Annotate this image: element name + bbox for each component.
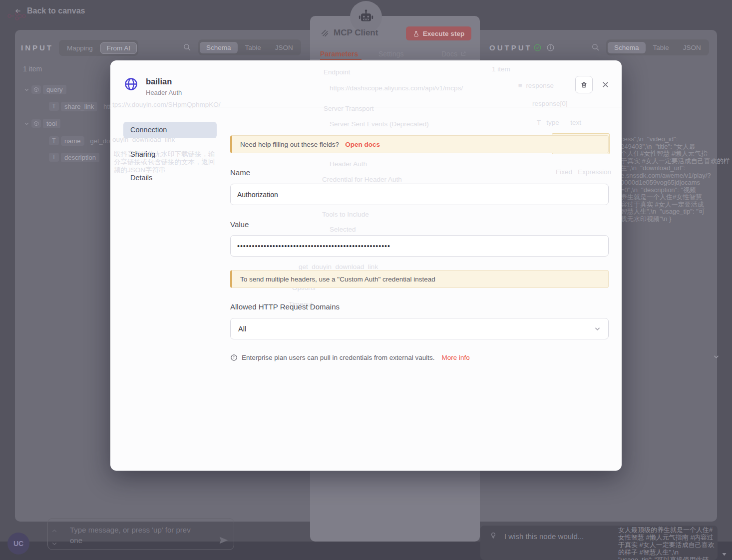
ghost-text: Header Auth bbox=[330, 160, 367, 168]
tab-sharing[interactable]: Sharing bbox=[123, 146, 217, 163]
ghost-text: Server Sent Events (Deprecated) bbox=[330, 120, 429, 128]
input-items-count: 1 item bbox=[23, 65, 42, 73]
flask-icon bbox=[413, 30, 419, 37]
screen: Back to canvas INPUT Mapping From AI Sch… bbox=[0, 0, 732, 560]
ghost-text: response[0] bbox=[532, 100, 568, 107]
more-info-link[interactable]: More info bbox=[441, 354, 469, 361]
string-type-icon: T bbox=[49, 102, 59, 111]
scroll-down-icon[interactable] bbox=[721, 551, 728, 558]
chevron-down-icon[interactable] bbox=[24, 87, 29, 92]
active-tab-underline bbox=[320, 59, 362, 60]
delete-credential-button[interactable] bbox=[575, 76, 593, 93]
back-label: Back to canvas bbox=[27, 6, 85, 15]
enterprise-note: Enterprise plan users can pull in creden… bbox=[230, 354, 470, 361]
tree-row-name: T name get_douyin_download_link bbox=[49, 136, 110, 146]
ghost-text: Server Transport bbox=[324, 105, 374, 112]
output-json-text: cess",\n "video_id":249403",\n "title": … bbox=[621, 136, 726, 223]
chevron-down-icon[interactable] bbox=[24, 121, 29, 126]
input-tab-table[interactable]: Table bbox=[239, 42, 268, 53]
output-view-tabs: Schema Table JSON bbox=[606, 39, 709, 55]
ghost-text: Endpoint bbox=[324, 68, 350, 76]
input-tab-json[interactable]: JSON bbox=[269, 42, 300, 53]
execute-step-label: Execute step bbox=[423, 30, 464, 37]
tree-value-share-link: https://v.douyin.com/SHpmQphmpKO/ bbox=[103, 103, 110, 110]
ghost-text: Tools to Include bbox=[322, 211, 369, 218]
tree-row-tool: tool bbox=[24, 118, 110, 128]
tab-connection[interactable]: Connection bbox=[123, 122, 217, 138]
tab-docs[interactable]: Docs bbox=[441, 50, 466, 58]
tree-value-name: get_douyin_download_link bbox=[90, 137, 110, 145]
name-input[interactable] bbox=[230, 184, 609, 205]
modal-header: bailian Header Auth bbox=[124, 77, 182, 96]
trash-icon bbox=[580, 81, 588, 89]
input-tab-schema[interactable]: Schema bbox=[200, 42, 238, 53]
string-type-icon: T bbox=[49, 153, 59, 162]
ghost-text bbox=[111, 107, 622, 107]
domains-label: Allowed HTTP Request Domains bbox=[230, 302, 340, 311]
tab-from-ai[interactable]: From AI bbox=[100, 42, 137, 54]
info-icon bbox=[230, 354, 238, 361]
ghost-text: T type text bbox=[537, 119, 581, 126]
close-icon bbox=[602, 81, 609, 88]
input-mode-tabs: Mapping From AI bbox=[59, 40, 138, 56]
tree-row-description: T description bbox=[49, 152, 110, 162]
success-check-icon bbox=[533, 43, 542, 52]
node-title: MCP Client bbox=[334, 28, 378, 38]
ghost-text: ≡ response bbox=[518, 82, 554, 89]
output-tab-json[interactable]: JSON bbox=[677, 42, 708, 53]
send-icon[interactable] bbox=[218, 535, 229, 546]
domains-select[interactable]: All bbox=[230, 318, 609, 339]
chevron-down-icon bbox=[594, 325, 601, 332]
tree-key-share-link[interactable]: share_link bbox=[61, 102, 97, 111]
globe-icon bbox=[124, 77, 138, 91]
ghost-text: tps://v.douyin.com/SHpmQphmpKO/ bbox=[112, 101, 221, 108]
object-icon bbox=[31, 119, 41, 128]
execute-step-button[interactable]: Execute step bbox=[406, 26, 471, 40]
collapse-chevron-icon[interactable] bbox=[713, 353, 720, 360]
tab-mapping[interactable]: Mapping bbox=[60, 42, 99, 54]
chevron-down-icon[interactable] bbox=[51, 541, 57, 547]
help-notice-text: Need help filling out these fields? bbox=[240, 141, 339, 148]
output-tab-table[interactable]: Table bbox=[647, 42, 676, 53]
value-input[interactable] bbox=[230, 235, 609, 257]
ghost-text: https://dashscope.aliyuncs.com/api/v1/mc… bbox=[330, 84, 463, 92]
robot-icon bbox=[358, 8, 374, 25]
output-tab-schema[interactable]: Schema bbox=[608, 42, 646, 53]
chat-placeholder: Type message, or press 'up' for prev one bbox=[70, 525, 205, 546]
input-panel-title: INPUT bbox=[21, 43, 53, 52]
ghost-text: Selected bbox=[330, 226, 356, 233]
ghost-text: Fixed Expression bbox=[556, 168, 611, 176]
tree-key-query[interactable]: query bbox=[43, 85, 66, 94]
info-icon[interactable] bbox=[546, 43, 555, 52]
credential-modal: Endpointhttps://dashscope.aliyuncs.com/a… bbox=[110, 60, 622, 471]
back-to-canvas[interactable]: Back to canvas bbox=[14, 6, 85, 15]
object-icon bbox=[31, 85, 41, 94]
name-label: Name bbox=[230, 168, 250, 177]
headers-notice: To send multiple headers, use a "Custom … bbox=[230, 270, 609, 288]
tree-key-description[interactable]: description bbox=[61, 153, 99, 162]
tab-parameters[interactable]: Parameters bbox=[320, 50, 358, 58]
ghost-text: get_douyin_download_link bbox=[299, 263, 378, 271]
input-search-icon[interactable] bbox=[183, 43, 191, 51]
open-docs-link[interactable]: Open docs bbox=[345, 141, 380, 148]
tree-key-name[interactable]: name bbox=[61, 136, 84, 146]
chevron-up-icon[interactable] bbox=[51, 528, 57, 534]
close-button[interactable] bbox=[599, 78, 611, 90]
tab-details[interactable]: Details bbox=[123, 170, 217, 186]
tree-row-share-link: T share_link https://v.douyin.com/SHpmQp… bbox=[49, 101, 110, 111]
wish-placeholder: I wish this node would... bbox=[504, 532, 584, 541]
help-notice: Need help filling out these fields? Open… bbox=[230, 135, 609, 153]
value-label: Value bbox=[230, 220, 249, 229]
headers-notice-text: To send multiple headers, use a "Custom … bbox=[240, 276, 435, 283]
tree-key-tool[interactable]: tool bbox=[43, 119, 60, 128]
domains-value: All bbox=[238, 325, 246, 333]
output-panel-title: OUTPUT bbox=[489, 43, 532, 52]
credential-title[interactable]: bailian bbox=[146, 77, 182, 86]
output-search-icon[interactable] bbox=[591, 43, 600, 51]
tab-settings[interactable]: Settings bbox=[378, 50, 404, 58]
user-avatar[interactable]: UC bbox=[7, 533, 29, 555]
arrow-left-icon bbox=[14, 7, 22, 14]
tree-row-query: query bbox=[24, 84, 110, 94]
output-json-text-bottom: 女人最顶级的养生就是一个人住#女性智慧 #懒人元气指南 #内容过于真实 #女人一… bbox=[618, 526, 723, 560]
ghost-text: 1 item bbox=[492, 65, 510, 73]
